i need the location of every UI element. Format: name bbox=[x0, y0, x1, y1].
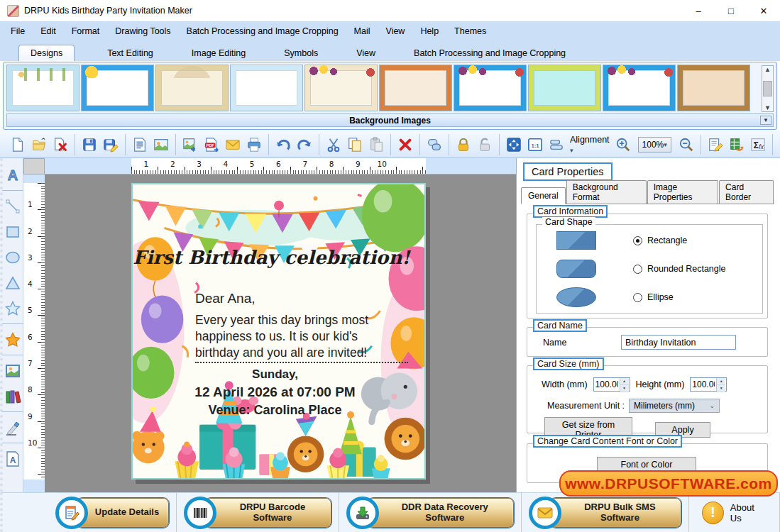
signature-tool[interactable] bbox=[2, 415, 23, 443]
menu-item[interactable]: Help bbox=[412, 26, 446, 36]
scroll-up-icon[interactable]: ▲ bbox=[764, 66, 771, 73]
rectangle-tool[interactable] bbox=[2, 219, 23, 245]
thumb-sky-balloons-frame[interactable] bbox=[603, 65, 676, 111]
export-pdf-icon[interactable] bbox=[201, 134, 222, 155]
open-file-icon[interactable] bbox=[28, 134, 50, 155]
card-body-text[interactable]: Every year this day brings most happines… bbox=[195, 312, 385, 361]
card-venue-text[interactable]: Venue: Carolina Place bbox=[133, 403, 417, 418]
card-datetime-text[interactable]: 12 April 2026 at 07:00 PM bbox=[133, 384, 417, 400]
email-icon[interactable] bbox=[222, 134, 243, 155]
ribbon-tab[interactable]: Designs bbox=[18, 45, 75, 61]
menu-item[interactable]: Themes bbox=[446, 26, 494, 36]
new-document-icon[interactable] bbox=[7, 134, 28, 155]
menu-item[interactable]: Format bbox=[64, 26, 108, 36]
edit-form-icon[interactable] bbox=[705, 134, 726, 155]
thumb-orange-texture-frame[interactable] bbox=[379, 65, 452, 111]
stepper-arrows[interactable]: ▲▼ bbox=[716, 378, 725, 391]
menu-item[interactable]: Edit bbox=[33, 26, 64, 36]
custom-shape-tool[interactable] bbox=[2, 327, 23, 355]
thumb-balloons-blue-frame[interactable] bbox=[454, 65, 527, 111]
about-us-button[interactable]: ! About Us bbox=[689, 493, 780, 532]
line-tool[interactable] bbox=[2, 194, 23, 219]
ribbon-tab[interactable]: Image Editing bbox=[180, 45, 257, 61]
copy-icon[interactable] bbox=[344, 134, 366, 155]
menu-item[interactable]: Mail bbox=[346, 26, 378, 36]
menu-item[interactable]: File bbox=[3, 26, 33, 36]
width-input[interactable] bbox=[594, 378, 620, 391]
height-stepper[interactable]: ▲▼ bbox=[690, 377, 727, 392]
excel-export-icon[interactable] bbox=[726, 134, 747, 155]
thumb-green-plaid-frame[interactable] bbox=[528, 65, 601, 111]
triangle-tool[interactable] bbox=[2, 270, 23, 296]
thumbnail-scrollbar[interactable]: ▲ ▼ bbox=[762, 65, 774, 112]
properties-tab[interactable]: Image Properties bbox=[647, 180, 718, 204]
text-tool[interactable] bbox=[2, 162, 23, 191]
paste-icon[interactable] bbox=[366, 134, 387, 155]
drpu-website-banner[interactable]: www.DRPUSOFTWARE.com bbox=[559, 470, 778, 497]
menu-item[interactable]: Drawing Tools bbox=[107, 26, 178, 36]
radio-button[interactable] bbox=[633, 293, 642, 302]
design-canvas[interactable]: First Birthday celebration! Dear Ana, Ev… bbox=[45, 174, 516, 492]
card-shape-option[interactable]: Ellipse bbox=[556, 284, 762, 310]
save-as-icon[interactable] bbox=[100, 134, 121, 155]
lock-icon[interactable] bbox=[449, 134, 474, 155]
maximize-button[interactable]: □ bbox=[715, 0, 747, 21]
ribbon-tab[interactable]: View bbox=[345, 45, 387, 61]
delete-file-icon[interactable] bbox=[50, 134, 71, 155]
align-objects-icon[interactable] bbox=[546, 134, 567, 155]
zoom-out-icon[interactable] bbox=[676, 134, 697, 155]
update-details-button[interactable]: Update Details bbox=[55, 497, 169, 529]
properties-tab[interactable]: Card Border bbox=[719, 180, 774, 204]
drpu-barcode-software-button[interactable]: DRPU Barcode Software bbox=[184, 497, 331, 529]
thumb-balloons-cream[interactable] bbox=[304, 65, 378, 111]
card-title-text[interactable]: First Birthday celebration! bbox=[133, 247, 410, 268]
wordart-tool[interactable] bbox=[2, 446, 23, 472]
card-shape-option[interactable]: Rounded Rectangle bbox=[556, 256, 762, 282]
star-tool[interactable] bbox=[2, 296, 23, 324]
clipart-library-tool[interactable] bbox=[2, 384, 23, 412]
cut-icon[interactable] bbox=[319, 134, 344, 155]
zoom-level-select[interactable]: 100% ▾ bbox=[638, 137, 671, 153]
properties-tab[interactable]: Background Format bbox=[566, 180, 647, 204]
fit-to-window-icon[interactable] bbox=[499, 134, 524, 155]
ellipse-tool[interactable] bbox=[2, 245, 23, 270]
scroll-down-icon[interactable]: ▼ bbox=[764, 104, 771, 111]
actual-size-icon[interactable] bbox=[524, 134, 546, 155]
alignment-dropdown-label[interactable]: Alignment ▾ bbox=[570, 135, 610, 155]
thumb-sun-sky-frame[interactable] bbox=[81, 65, 154, 111]
redo-icon[interactable] bbox=[294, 134, 315, 155]
card-name-input[interactable] bbox=[621, 335, 736, 350]
notes-icon[interactable] bbox=[125, 134, 150, 155]
measurement-unit-select[interactable]: Milimeters (mm) ⌄ bbox=[629, 399, 720, 413]
unlock-icon[interactable] bbox=[474, 134, 495, 155]
crop-icon[interactable] bbox=[772, 134, 780, 155]
thumb-teddy-certificate[interactable] bbox=[155, 65, 229, 111]
thumb-bees-vine-frame[interactable] bbox=[6, 65, 79, 111]
properties-tab[interactable]: General bbox=[521, 187, 566, 204]
close-button[interactable]: ✕ bbox=[747, 0, 780, 21]
ribbon-tab[interactable]: Batch Processing and Image Cropping bbox=[402, 45, 577, 61]
stepper-arrows[interactable]: ▲▼ bbox=[620, 378, 629, 391]
thumb-plain-blue-frame[interactable] bbox=[230, 65, 303, 111]
card-day-text[interactable]: Sunday, bbox=[133, 367, 417, 382]
export-image-icon[interactable] bbox=[175, 134, 201, 155]
image-tool[interactable] bbox=[2, 358, 23, 384]
radio-button[interactable] bbox=[633, 265, 642, 274]
insert-image-icon[interactable] bbox=[150, 134, 172, 155]
undo-icon[interactable] bbox=[268, 134, 294, 155]
print-icon[interactable] bbox=[243, 134, 265, 155]
zoom-in-icon[interactable] bbox=[613, 134, 634, 155]
formula-icon[interactable] bbox=[747, 134, 769, 155]
card-shape-option[interactable]: Rectangle bbox=[556, 228, 762, 253]
drpu-bulk-sms-software-button[interactable]: DRPU Bulk SMS Software bbox=[529, 497, 681, 529]
ribbon-tab[interactable]: Text Editing bbox=[96, 45, 165, 61]
menu-item[interactable]: Batch Processing and Image Cropping bbox=[179, 26, 346, 36]
scrollbar-thumb[interactable] bbox=[763, 81, 772, 96]
invitation-card[interactable]: First Birthday celebration! Dear Ana, Ev… bbox=[131, 183, 426, 480]
group-objects-icon[interactable] bbox=[419, 134, 445, 155]
delete-icon[interactable] bbox=[390, 134, 416, 155]
ddr-data-recovery-software-button[interactable]: DDR Data Recovery Software bbox=[346, 497, 514, 529]
width-stepper[interactable]: ▲▼ bbox=[593, 377, 630, 392]
menu-item[interactable]: View bbox=[378, 26, 413, 36]
radio-button[interactable] bbox=[633, 236, 642, 245]
